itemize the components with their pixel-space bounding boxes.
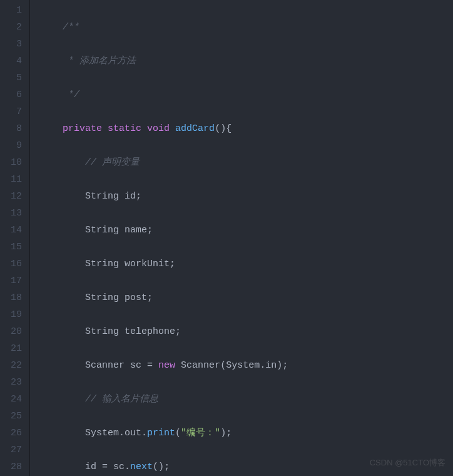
- dot: .: [260, 360, 265, 371]
- identifier: sc: [130, 360, 141, 371]
- identifier: in: [265, 360, 277, 371]
- comment: // 声明变量: [85, 157, 140, 168]
- method-call: next: [130, 462, 153, 472]
- code-line[interactable]: // 输入名片信息: [40, 391, 453, 408]
- line-number: 19: [5, 306, 22, 323]
- type: Scanner: [85, 360, 125, 371]
- method-name: addCard: [175, 123, 215, 134]
- line-number: 17: [5, 272, 22, 289]
- comment: */: [63, 90, 79, 100]
- semicolon: ;: [147, 292, 153, 303]
- code-line[interactable]: // 声明变量: [40, 154, 453, 171]
- identifier: System: [226, 360, 260, 371]
- keyword-void: void: [147, 123, 170, 134]
- code-line[interactable]: String id;: [40, 188, 453, 205]
- code-line[interactable]: * 添加名片方法: [40, 53, 453, 70]
- identifier: out: [125, 428, 141, 438]
- line-number: 8: [5, 120, 22, 137]
- type: String: [85, 225, 119, 235]
- line-gutter: 1 2 3 4 5 6 7 8 9 10 11 12 13 14 15 16 1…: [0, 0, 30, 476]
- type: String: [85, 259, 119, 269]
- code-line[interactable]: String workUnit;: [40, 256, 453, 272]
- code-line[interactable]: System.out.print("编号：");: [40, 425, 453, 442]
- line-number: 13: [5, 205, 22, 222]
- line-number: 20: [5, 323, 22, 340]
- line-number: 9: [5, 137, 22, 154]
- semicolon: ;: [175, 326, 181, 337]
- type: String: [85, 191, 119, 202]
- type: String: [85, 326, 119, 337]
- identifier: workUnit: [125, 259, 170, 269]
- line-number: 6: [5, 86, 22, 103]
- rparen: ): [277, 360, 282, 371]
- equals: =: [141, 360, 158, 371]
- line-number: 10: [5, 154, 22, 171]
- class-name: Scanner: [181, 360, 220, 371]
- line-number: 26: [5, 425, 22, 442]
- keyword-static: static: [108, 123, 141, 134]
- identifier: id: [85, 462, 96, 472]
- line-number: 21: [5, 340, 22, 357]
- line-number: 23: [5, 374, 22, 391]
- identifier: name: [125, 225, 147, 235]
- line-number: 3: [5, 36, 22, 53]
- comment: /**: [63, 22, 79, 33]
- line-number: 22: [5, 357, 22, 374]
- line-number: 24: [5, 391, 22, 408]
- parentheses: (){: [215, 123, 232, 134]
- watermark: CSDN @51CTO博客: [370, 454, 445, 471]
- line-number: 4: [5, 53, 22, 70]
- code-line[interactable]: String post;: [40, 289, 453, 306]
- identifier: post: [125, 292, 147, 303]
- keyword-private: private: [63, 123, 102, 134]
- line-number: 28: [5, 458, 22, 475]
- keyword-new: new: [158, 360, 175, 371]
- code-editor[interactable]: 1 2 3 4 5 6 7 8 9 10 11 12 13 14 15 16 1…: [0, 0, 453, 476]
- line-number: 7: [5, 103, 22, 120]
- line-number: 2: [5, 19, 22, 36]
- code-line[interactable]: /**: [40, 19, 453, 36]
- identifier: id: [125, 191, 136, 202]
- string-literal: "编号：": [181, 428, 220, 438]
- code-line[interactable]: String telephone;: [40, 323, 453, 340]
- identifier: sc: [113, 462, 125, 472]
- line-number: 27: [5, 442, 22, 458]
- method-call: print: [147, 428, 175, 438]
- semicolon: ;: [147, 225, 153, 235]
- line-number: 5: [5, 70, 22, 86]
- identifier: System: [85, 428, 119, 438]
- code-line[interactable]: Scanner sc = new Scanner(System.in);: [40, 357, 453, 374]
- semicolon: ;: [136, 191, 141, 202]
- semicolon: ;: [170, 259, 175, 269]
- comment: * 添加名片方法: [63, 56, 136, 66]
- line-number: 18: [5, 289, 22, 306]
- identifier: telephone: [125, 326, 175, 337]
- semicolon: ;: [282, 360, 288, 371]
- line-number: 15: [5, 239, 22, 256]
- code-line[interactable]: */: [40, 86, 453, 103]
- code-line[interactable]: private static void addCard(){: [40, 120, 453, 137]
- line-number: 1: [5, 2, 22, 19]
- comment: // 输入名片信息: [85, 394, 158, 405]
- lparen: (: [220, 360, 226, 371]
- type: String: [85, 292, 119, 303]
- code-area[interactable]: /** * 添加名片方法 */ private static void addC…: [30, 0, 453, 476]
- line-number: 12: [5, 188, 22, 205]
- line-number: 25: [5, 408, 22, 425]
- line-number: 16: [5, 256, 22, 272]
- line-number: 14: [5, 222, 22, 239]
- code-line[interactable]: String name;: [40, 222, 453, 239]
- line-number: 11: [5, 171, 22, 188]
